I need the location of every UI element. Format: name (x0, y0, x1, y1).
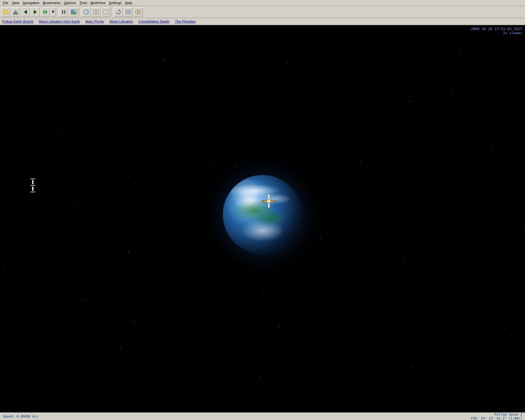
eject-button[interactable] (11, 7, 20, 17)
satellite-1-panel (30, 178, 36, 179)
svg-marker-19 (118, 9, 119, 11)
landscape-button[interactable] (69, 7, 78, 17)
satellite-1-core2 (32, 186, 34, 191)
svg-marker-23 (138, 11, 140, 13)
bookmark-the-pleiades[interactable]: The Pleiades (175, 19, 196, 24)
toolbar-separator-2 (80, 8, 80, 16)
bookmark-moon-libration-earth[interactable]: Moon Libration from Earth (39, 19, 80, 24)
svg-rect-21 (127, 11, 130, 13)
status-follow-target: Follow Jason 2 (471, 413, 522, 416)
bookmarks-bar: Follow Earth [Earth] Moon Libration from… (0, 18, 525, 25)
menu-help[interactable]: Help (123, 0, 134, 5)
menu-bar: File View Navigation Bookmarks Options T… (0, 0, 525, 6)
status-bar: Speed: 0.00000 m/s Follow Jason 2 FOV: 3… (0, 412, 525, 420)
pause-button[interactable] (59, 7, 68, 17)
window1-button[interactable] (91, 7, 101, 17)
svg-rect-4 (13, 14, 18, 14)
dropdown-button[interactable] (50, 7, 56, 17)
datetime-display: 2008 10 20 17:51:03 CEST (471, 27, 522, 31)
bookmark-follow-earth[interactable]: Follow Earth [Earth] (2, 19, 33, 24)
menu-options[interactable]: Options (62, 0, 78, 5)
bookmark-constellation-depth[interactable]: Constellation Depth (138, 19, 169, 24)
window2-button[interactable] (101, 7, 110, 17)
satellite-1-core (32, 180, 34, 184)
svg-rect-10 (64, 10, 65, 14)
svg-point-13 (74, 10, 76, 12)
satellite-1-panel-bottom (30, 185, 36, 186)
status-fov: FOV: 34° 13' 41.2" (1.00×) (471, 416, 522, 420)
status-speed: Speed: 0.00000 m/s (3, 415, 38, 418)
frame-button[interactable] (124, 7, 133, 17)
menu-bookmarks[interactable]: Bookmarks (41, 0, 62, 5)
back-button[interactable] (21, 7, 30, 17)
svg-rect-9 (62, 10, 63, 14)
satellite-2-center (267, 199, 271, 203)
svg-rect-18 (103, 10, 109, 14)
speed-display: 1× slower (471, 31, 522, 35)
viewport[interactable]: 2008 10 20 17:51:03 CEST 1× slower Speed… (0, 25, 525, 420)
sync-button[interactable] (40, 7, 50, 17)
svg-marker-6 (34, 10, 37, 14)
earth-shine (231, 179, 259, 207)
refresh-button[interactable] (81, 7, 91, 17)
export-button[interactable] (133, 7, 143, 17)
open-button[interactable] (1, 7, 10, 17)
forward-button[interactable] (31, 7, 40, 17)
menu-navigation[interactable]: Navigation (21, 0, 41, 5)
svg-marker-5 (24, 10, 27, 14)
satellite-1-body (30, 178, 36, 192)
menu-view[interactable]: View (10, 0, 21, 5)
menu-multiview[interactable]: MultiView (89, 0, 107, 5)
toolbar-separator-1 (57, 8, 58, 16)
menu-settings[interactable]: Settings (107, 0, 123, 5)
svg-marker-3 (13, 10, 18, 13)
satellite-2-body (262, 194, 276, 208)
satellite-1-panel-bottom2 (30, 191, 36, 192)
satellite-2 (262, 194, 276, 208)
bookmark-moon-libration[interactable]: Moon Libration (109, 19, 133, 24)
svg-rect-2 (3, 11, 8, 14)
menu-file[interactable]: File (1, 0, 10, 5)
toolbar (0, 6, 525, 18)
earth (223, 175, 302, 254)
reload-button[interactable] (114, 7, 123, 17)
svg-marker-8 (51, 11, 55, 13)
status-follow: Follow Jason 2 FOV: 34° 13' 41.2" (1.00×… (471, 413, 522, 420)
satellite-1 (30, 178, 36, 192)
top-right-info: 2008 10 20 17:51:03 CEST 1× slower (471, 27, 522, 35)
menu-time[interactable]: Time (78, 0, 89, 5)
bookmark-mars-flyby[interactable]: Mars Fly-by (85, 19, 104, 24)
svg-marker-15 (87, 11, 88, 13)
toolbar-separator-3 (112, 8, 112, 16)
